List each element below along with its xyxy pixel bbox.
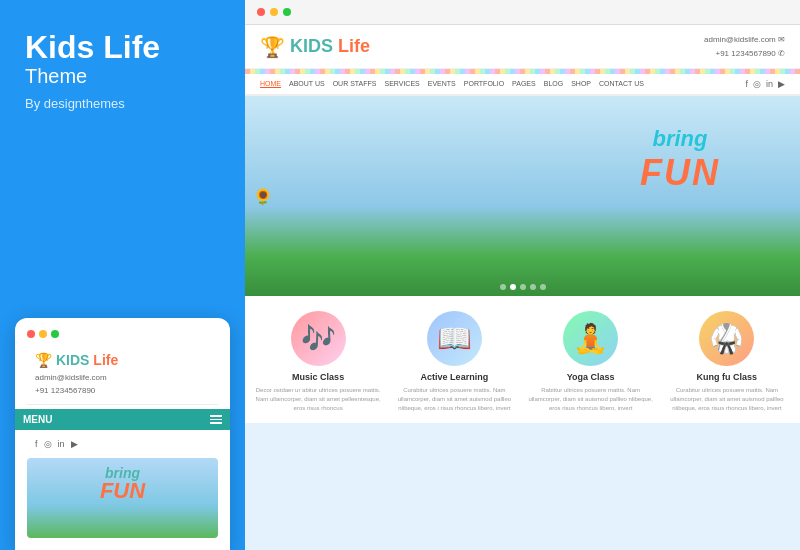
browser-dot-yellow[interactable] — [270, 8, 278, 16]
site-kids-text: KIDS — [290, 36, 333, 56]
browser-dot-red[interactable] — [257, 8, 265, 16]
yoga-class-desc: Rabittur ultrices posuere mattis. Nam ul… — [528, 386, 654, 413]
learning-avatar: 📖 — [427, 311, 482, 366]
hero-text: bring FUN — [640, 126, 720, 194]
site-linkedin-icon[interactable]: in — [766, 79, 773, 89]
yoga-class-name: Yoga Class — [528, 372, 654, 382]
site-email: admin@kidslife.com ✉ — [704, 33, 785, 47]
mobile-dot-green — [51, 330, 59, 338]
site-youtube-icon[interactable]: ▶ — [778, 79, 785, 89]
mobile-hero-text: bring FUN — [100, 466, 145, 502]
hero-sunflower-icon: 🌻 — [253, 187, 273, 206]
hamburger-icon[interactable] — [210, 415, 222, 424]
nav-blog[interactable]: BLOG — [544, 80, 563, 88]
nav-shop[interactable]: SHOP — [571, 80, 591, 88]
nav-about[interactable]: ABOUT US — [289, 80, 325, 88]
class-yoga: 🧘 Yoga Class Rabittur ultrices posuere m… — [528, 311, 654, 413]
learning-avatar-image: 📖 — [437, 322, 472, 355]
nav-contact[interactable]: CONTACT US — [599, 80, 644, 88]
mobile-facebook-icon[interactable]: f — [35, 439, 38, 449]
website-preview: 🏆 KIDS Life admin@kidslife.com ✉ +91 123… — [245, 25, 800, 423]
site-instagram-icon[interactable]: ◎ — [753, 79, 761, 89]
browser-dot-green[interactable] — [283, 8, 291, 16]
theme-subtitle: Theme — [25, 65, 220, 88]
nav-home[interactable]: HOME — [260, 80, 281, 88]
mobile-hero: bring FUN — [27, 458, 218, 538]
kungfu-avatar-image: 🥋 — [709, 322, 744, 355]
mobile-nav-bar[interactable]: MENU — [15, 409, 230, 430]
mobile-preview: 🏆 KIDS Life admin@kidslife.com +91 12345… — [15, 318, 230, 550]
mobile-kids-text: KIDS — [56, 352, 89, 368]
nav-events[interactable]: EVENTS — [428, 80, 456, 88]
mobile-logo-text: KIDS Life — [56, 352, 118, 368]
music-avatar-image: 🎶 — [301, 322, 336, 355]
class-learning: 📖 Active Learning Curabitur ultrices pos… — [391, 311, 517, 413]
dots-bar — [245, 69, 800, 74]
music-avatar: 🎶 — [291, 311, 346, 366]
learning-class-name: Active Learning — [391, 372, 517, 382]
nav-social: f ◎ in ▶ — [745, 79, 785, 89]
mobile-email: admin@kidslife.com — [35, 372, 210, 385]
mobile-menu-label: MENU — [23, 414, 52, 425]
music-class-name: Music Class — [255, 372, 381, 382]
hero-fun-text: FUN — [640, 152, 720, 193]
browser-chrome — [245, 0, 800, 25]
mobile-chrome-dots — [27, 330, 218, 338]
hero-dot-3[interactable] — [520, 284, 526, 290]
hero-dot-5[interactable] — [540, 284, 546, 290]
mobile-social-row: f ◎ in ▶ — [27, 434, 218, 454]
hero-carousel-dots — [500, 284, 546, 290]
site-nav: HOME ABOUT US OUR STAFFS SERVICES EVENTS… — [245, 74, 800, 96]
mobile-dot-red — [27, 330, 35, 338]
mobile-dot-yellow — [39, 330, 47, 338]
site-life-text: Life — [338, 36, 370, 56]
mobile-phone: +91 1234567890 — [35, 385, 210, 398]
classes-section: 🎶 Music Class Decor ostdaer ur abitur ul… — [245, 296, 800, 423]
mobile-linkedin-icon[interactable]: in — [58, 439, 65, 449]
hero-dot-2[interactable] — [510, 284, 516, 290]
hero-dot-4[interactable] — [530, 284, 536, 290]
mobile-header: 🏆 KIDS Life admin@kidslife.com +91 12345… — [27, 346, 218, 405]
mobile-logo: 🏆 KIDS Life — [35, 352, 210, 368]
site-header: 🏆 KIDS Life admin@kidslife.com ✉ +91 123… — [245, 25, 800, 69]
mobile-contact: admin@kidslife.com +91 1234567890 — [35, 372, 210, 398]
site-logo-text: KIDS Life — [290, 36, 370, 57]
music-class-desc: Decor ostdaer ur abitur ultrices posuere… — [255, 386, 381, 413]
hero-bring-text: bring — [640, 126, 720, 152]
mobile-fun: FUN — [100, 480, 145, 502]
classes-grid: 🎶 Music Class Decor ostdaer ur abitur ul… — [255, 311, 790, 413]
learning-class-desc: Curabitur ultrices posuere mattis. Nam u… — [391, 386, 517, 413]
mobile-life-text: Life — [93, 352, 118, 368]
mobile-instagram-icon[interactable]: ◎ — [44, 439, 52, 449]
site-hero: 🌻 bring FUN — [245, 96, 800, 296]
site-phone: +91 1234567890 ✆ — [704, 47, 785, 61]
hero-dot-1[interactable] — [500, 284, 506, 290]
class-music: 🎶 Music Class Decor ostdaer ur abitur ul… — [255, 311, 381, 413]
trophy-icon: 🏆 — [35, 352, 52, 368]
yoga-avatar-image: 🧘 — [573, 322, 608, 355]
mobile-youtube-icon[interactable]: ▶ — [71, 439, 78, 449]
yoga-avatar: 🧘 — [563, 311, 618, 366]
theme-title: Kids Life — [25, 30, 220, 65]
kungfu-avatar: 🥋 — [699, 311, 754, 366]
site-contact: admin@kidslife.com ✉ +91 1234567890 ✆ — [704, 33, 785, 60]
nav-staffs[interactable]: OUR STAFFS — [333, 80, 377, 88]
nav-pages[interactable]: PAGES — [512, 80, 536, 88]
site-trophy-icon: 🏆 — [260, 35, 285, 59]
left-panel: Kids Life Theme By designthemes 🏆 KIDS L… — [0, 0, 245, 550]
theme-author: By designthemes — [25, 96, 220, 111]
class-kungfu: 🥋 Kung fu Class Curabitur ultrices posue… — [664, 311, 790, 413]
kungfu-class-name: Kung fu Class — [664, 372, 790, 382]
right-panel: 🏆 KIDS Life admin@kidslife.com ✉ +91 123… — [245, 0, 800, 550]
nav-links: HOME ABOUT US OUR STAFFS SERVICES EVENTS… — [260, 80, 644, 88]
kungfu-class-desc: Curabitur ultrices posuere mattis. Nam u… — [664, 386, 790, 413]
site-facebook-icon[interactable]: f — [745, 79, 748, 89]
nav-services[interactable]: SERVICES — [384, 80, 419, 88]
site-logo: 🏆 KIDS Life — [260, 35, 370, 59]
nav-portfolio[interactable]: PORTFOLIO — [464, 80, 504, 88]
